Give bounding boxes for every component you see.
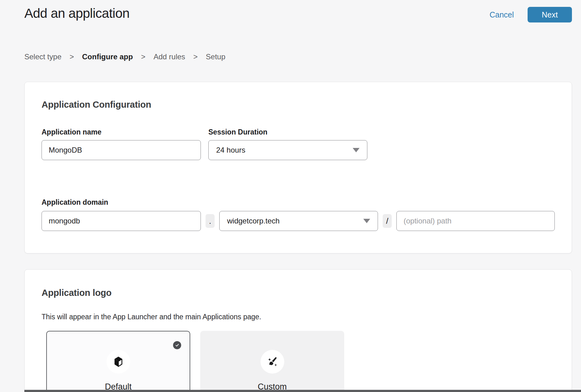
header-actions: Cancel Next <box>489 7 572 22</box>
breadcrumb: Select type > Configure app > Add rules … <box>24 52 581 61</box>
cancel-button[interactable]: Cancel <box>489 10 514 19</box>
check-icon <box>173 341 181 349</box>
session-duration-value: 24 hours <box>216 146 245 154</box>
session-duration-label: Session Duration <box>208 128 367 136</box>
application-logo-title: Application logo <box>42 288 555 298</box>
application-name-field: Application name <box>42 128 201 160</box>
name-session-row: Application name Session Duration 24 hou… <box>42 128 555 160</box>
bottom-edge-bar <box>24 390 581 392</box>
add-application-page: Add an application Cancel Next Select ty… <box>0 0 581 392</box>
application-configuration-title: Application Configuration <box>42 100 555 110</box>
breadcrumb-step-add-rules[interactable]: Add rules <box>153 52 185 61</box>
application-logo-card: Application logo This will appear in the… <box>24 269 572 392</box>
dot-separator: . <box>206 214 215 228</box>
chevron-down-icon <box>363 219 370 223</box>
slash-separator: / <box>383 214 392 228</box>
logo-option-custom[interactable]: Custom <box>200 331 344 392</box>
breadcrumb-step-configure-app[interactable]: Configure app <box>82 52 133 61</box>
application-name-label: Application name <box>42 128 201 136</box>
subdomain-input[interactable] <box>42 211 201 231</box>
page-title: Add an application <box>24 5 130 22</box>
path-input[interactable] <box>396 211 555 231</box>
logo-options: Default Custom <box>46 331 555 392</box>
chevron-down-icon <box>353 148 360 152</box>
cube-icon <box>107 350 130 374</box>
page-header: Add an application Cancel Next <box>24 0 572 22</box>
session-duration-field: Session Duration 24 hours <box>208 128 367 160</box>
breadcrumb-step-setup[interactable]: Setup <box>206 52 226 61</box>
application-name-input[interactable] <box>42 140 201 160</box>
application-logo-description: This will appear in the App Launcher and… <box>42 313 555 321</box>
logo-option-default[interactable]: Default <box>46 331 190 392</box>
paintbrush-icon <box>261 350 284 374</box>
breadcrumb-separator: > <box>70 52 74 61</box>
breadcrumb-separator: > <box>193 52 198 61</box>
application-domain-row: . widgetcorp.tech / <box>42 211 555 231</box>
application-domain-label: Application domain <box>42 198 555 207</box>
breadcrumb-step-select-type[interactable]: Select type <box>24 52 62 61</box>
application-configuration-card: Application Configuration Application na… <box>24 82 572 253</box>
breadcrumb-separator: > <box>141 52 145 61</box>
session-duration-select[interactable]: 24 hours <box>208 140 367 160</box>
domain-select-value: widgetcorp.tech <box>227 217 280 225</box>
next-button[interactable]: Next <box>528 7 572 22</box>
domain-select[interactable]: widgetcorp.tech <box>219 211 378 231</box>
